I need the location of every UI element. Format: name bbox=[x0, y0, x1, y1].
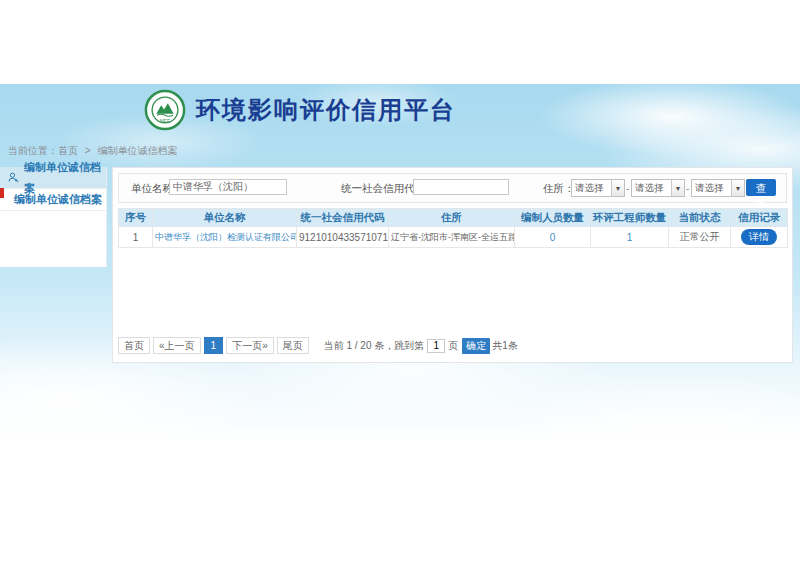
page-jump-input[interactable] bbox=[427, 339, 445, 353]
pagination: 首页 «上一页 1 下一页» 尾页 当前 1 / 20 条，跳到第 页 确定 共… bbox=[118, 337, 518, 354]
pagination-first-button[interactable]: 首页 bbox=[118, 337, 150, 354]
credit-code-input[interactable] bbox=[413, 179, 509, 195]
address-city-select[interactable]: 请选择 ▼ bbox=[631, 179, 685, 197]
breadcrumb-home-link[interactable]: 首页 bbox=[58, 145, 78, 156]
col-address: 住所 bbox=[389, 209, 515, 227]
sidebar-subitem-archive[interactable]: 编制单位诚信档案 bbox=[0, 189, 106, 211]
detail-button[interactable]: 详情 bbox=[741, 229, 777, 245]
address-district-select[interactable]: 请选择 ▼ bbox=[691, 179, 745, 197]
breadcrumb-separator: > bbox=[85, 145, 91, 156]
cell-credit-code: 91210104335710717K bbox=[297, 227, 389, 248]
chevron-down-icon: ▼ bbox=[731, 180, 744, 196]
pagination-total: 共1条 bbox=[492, 339, 518, 353]
chevron-down-icon: ▼ bbox=[671, 180, 684, 196]
site-header: MEE 环境影响评价信用平台 bbox=[144, 88, 456, 132]
col-staff-count: 编制人员数量 bbox=[515, 209, 591, 227]
engineer-count-link[interactable]: 1 bbox=[627, 232, 633, 243]
col-unit-name: 单位名称 bbox=[153, 209, 297, 227]
pagination-last-button[interactable]: 尾页 bbox=[277, 337, 309, 354]
person-search-icon bbox=[8, 172, 19, 183]
sidebar-item-archive[interactable]: 编制单位诚信档案 bbox=[0, 167, 106, 189]
pagination-prev-button[interactable]: «上一页 bbox=[153, 337, 201, 354]
main-panel: 单位名称： 统一社会信用代码： 住所： 请选择 ▼ - 请选择 ▼ - 请选择 … bbox=[112, 167, 793, 363]
address-province-select[interactable]: 请选择 ▼ bbox=[571, 179, 625, 197]
unit-name-input[interactable] bbox=[169, 179, 287, 195]
col-index: 序号 bbox=[119, 209, 153, 227]
results-table: 序号 单位名称 统一社会信用代码 住所 编制人员数量 环评工程师数量 当前状态 … bbox=[118, 208, 788, 248]
breadcrumb-prefix: 当前位置： bbox=[8, 145, 58, 156]
page: MEE 环境影响评价信用平台 当前位置：首页 > 编制单位诚信档案 编制单位诚信… bbox=[0, 0, 800, 565]
address-label: 住所： bbox=[543, 182, 575, 196]
table-header-row: 序号 单位名称 统一社会信用代码 住所 编制人员数量 环评工程师数量 当前状态 … bbox=[119, 209, 788, 227]
page-jump-suffix: 页 bbox=[448, 339, 458, 353]
sidebar-subitem-label: 编制单位诚信档案 bbox=[14, 189, 102, 210]
site-title: 环境影响评价信用平台 bbox=[196, 94, 456, 126]
address-dash-1: - bbox=[626, 183, 629, 194]
pagination-next-button[interactable]: 下一页» bbox=[226, 337, 274, 354]
query-button[interactable]: 查询 bbox=[746, 179, 776, 196]
mee-logo: MEE bbox=[144, 89, 186, 131]
staff-count-link[interactable]: 0 bbox=[550, 232, 556, 243]
chevron-down-icon: ▼ bbox=[611, 180, 624, 196]
address-dash-2: - bbox=[686, 183, 689, 194]
pagination-info: 当前 1 / 20 条，跳到第 bbox=[324, 339, 425, 353]
search-form: 单位名称： 统一社会信用代码： 住所： 请选择 ▼ - 请选择 ▼ - 请选择 … bbox=[118, 173, 787, 203]
breadcrumb-current: 编制单位诚信档案 bbox=[97, 145, 177, 156]
svg-text:MEE: MEE bbox=[160, 119, 170, 124]
table-row: 1 中谱华孚（沈阳）检测认证有限公司 91210104335710717K 辽宁… bbox=[119, 227, 788, 248]
col-credit-code: 统一社会信用代码 bbox=[297, 209, 389, 227]
pagination-page-1-button[interactable]: 1 bbox=[204, 337, 224, 354]
unit-name-link[interactable]: 中谱华孚（沈阳）检测认证有限公司 bbox=[155, 232, 297, 242]
sidebar: 编制单位诚信档案 编制单位诚信档案 bbox=[0, 167, 107, 267]
cell-status: 正常公开 bbox=[669, 227, 731, 248]
col-status: 当前状态 bbox=[669, 209, 731, 227]
col-credit-record: 信用记录 bbox=[731, 209, 788, 227]
cell-index: 1 bbox=[119, 227, 153, 248]
cell-address: 辽宁省-沈阳市-浑南区-全运五路35-1号楼902 bbox=[389, 227, 515, 248]
red-marker bbox=[0, 188, 4, 198]
pagination-confirm-button[interactable]: 确定 bbox=[462, 338, 490, 354]
col-engineer-count: 环评工程师数量 bbox=[591, 209, 669, 227]
